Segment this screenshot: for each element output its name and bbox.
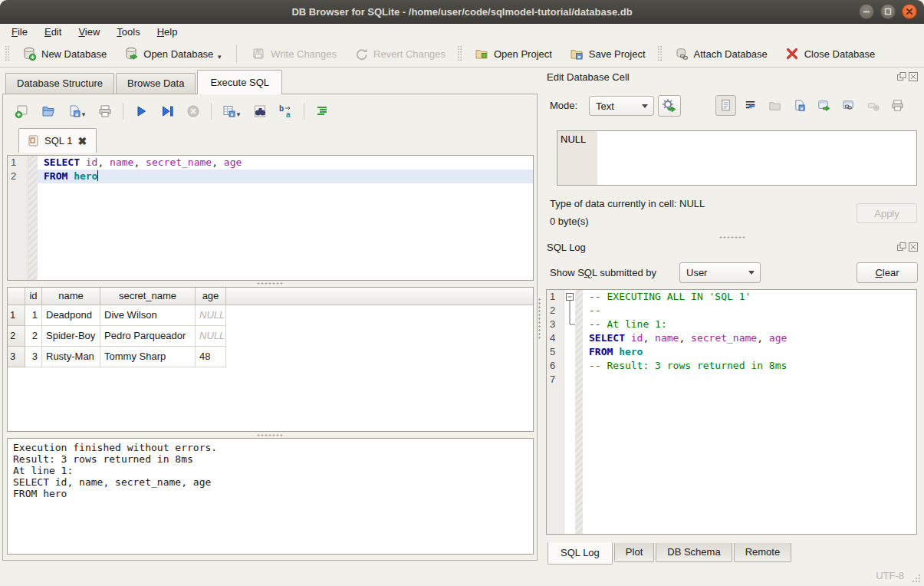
table-row[interactable]: 11DeadpondDive WilsonNULL <box>8 305 533 326</box>
bottom-tab-db-schema[interactable]: DB Schema <box>656 543 732 562</box>
menu-edit[interactable]: Edit <box>36 25 70 39</box>
revert-changes-icon <box>353 46 369 61</box>
log-line: -- Result: 3 rows returned in 8ms <box>583 359 916 373</box>
row-number[interactable]: 1 <box>8 305 25 326</box>
find-replace-button[interactable]: ba <box>273 101 299 121</box>
results-grid[interactable]: idnamesecret_nameage11DeadpondDive Wilso… <box>7 287 534 432</box>
cell-set-null-button[interactable] <box>863 95 883 116</box>
column-header-age[interactable]: age <box>196 288 226 305</box>
mode-select[interactable]: Text <box>589 96 654 116</box>
cell-editor-toolbar <box>715 95 908 116</box>
auto-mode-button[interactable] <box>658 95 681 117</box>
row-number[interactable]: 2 <box>8 326 25 347</box>
cell-import-button[interactable] <box>765 95 785 116</box>
toolbar-grip[interactable] <box>657 45 663 62</box>
cell-name[interactable]: Spider-Boy <box>42 326 100 347</box>
column-header-id[interactable]: id <box>25 288 42 305</box>
new-database-label: New Database <box>41 48 107 60</box>
cell-export-button[interactable] <box>789 95 810 116</box>
column-header-secret-name[interactable]: secret_name <box>100 288 196 305</box>
menu-tools[interactable]: Tools <box>108 25 148 39</box>
new-database-button[interactable]: New Database <box>13 43 115 64</box>
log-filter-value: User <box>686 267 707 278</box>
attach-database-button[interactable]: Attach Database <box>666 43 776 64</box>
tab-database-structure[interactable]: Database Structure <box>5 73 114 94</box>
menu-help[interactable]: Help <box>149 25 186 39</box>
float-panel-icon[interactable] <box>897 242 906 252</box>
row-number[interactable]: 3 <box>8 347 25 367</box>
save-project-button[interactable]: Save Project <box>561 43 654 64</box>
save-results-button[interactable]: ▼ <box>216 101 247 121</box>
print-sql-button[interactable] <box>92 101 118 121</box>
results-output-splitter[interactable] <box>257 433 283 437</box>
bottom-tab-plot[interactable]: Plot <box>614 543 654 562</box>
column-header-name[interactable]: name <box>42 288 100 305</box>
table-row[interactable]: 22Spider-BoyPedro ParqueadorNULL <box>8 326 533 347</box>
sql-tab-close-icon[interactable]: ✖ <box>77 135 87 147</box>
tab-execute-sql[interactable]: Execute SQL <box>197 70 282 94</box>
panel-splitter[interactable] <box>538 298 541 341</box>
format-sql-button[interactable] <box>309 101 335 121</box>
bottom-tab-remote[interactable]: Remote <box>734 543 792 562</box>
maximize-button[interactable] <box>880 4 896 19</box>
cell-link-button[interactable] <box>838 95 859 116</box>
apply-button[interactable]: Apply <box>857 203 917 223</box>
cell-name[interactable]: Rusty-Man <box>42 347 100 367</box>
open-database-button[interactable]: Open Database▼ <box>115 43 231 64</box>
cell-secret-name[interactable]: Pedro Parqueador <box>100 326 196 347</box>
editor-results-splitter[interactable] <box>257 281 283 285</box>
cell-secret-name[interactable]: Dive Wilson <box>100 305 196 326</box>
stop-execution-button[interactable] <box>180 101 206 121</box>
line-number: 1 <box>547 290 564 304</box>
cell-age[interactable]: NULL <box>196 326 226 347</box>
execute-current-line-button[interactable] <box>154 101 180 121</box>
execute-all-button[interactable] <box>128 101 154 121</box>
cell-id[interactable]: 1 <box>25 305 42 326</box>
cell-print-button[interactable] <box>887 95 908 116</box>
cell-log-splitter[interactable] <box>719 235 745 239</box>
open-project-button[interactable]: Open Project <box>465 43 561 64</box>
fold-collapse-icon[interactable] <box>564 290 575 304</box>
title-bar[interactable]: DB Browser for SQLite - /home/user/code/… <box>0 0 924 24</box>
menu-file[interactable]: File <box>3 25 36 39</box>
close-database-button[interactable]: Close Database <box>776 43 884 64</box>
bottom-tab-sql-log[interactable]: SQL Log <box>547 542 613 565</box>
cell-open-external-button[interactable] <box>814 95 834 116</box>
line-number: 2 <box>547 304 564 318</box>
revert-changes-button[interactable]: Revert Changes <box>345 43 454 64</box>
cell-id[interactable]: 3 <box>25 347 42 367</box>
float-panel-icon[interactable] <box>897 72 906 81</box>
resize-grip-icon[interactable] <box>911 573 921 583</box>
table-row[interactable]: 33Rusty-ManTommy Sharp48 <box>8 347 533 367</box>
cell-value-editor[interactable]: NULL <box>557 130 917 186</box>
toolbar-grip[interactable] <box>457 45 462 62</box>
cell-word-wrap-button[interactable] <box>740 95 761 116</box>
editor-gutter: 12 <box>8 156 28 280</box>
cell-text-mode-button[interactable] <box>715 95 736 116</box>
tab-browse-data[interactable]: Browse Data <box>116 73 196 94</box>
execution-output: Execution finished without errors.Result… <box>7 438 534 555</box>
close-panel-icon[interactable] <box>909 72 918 81</box>
cell-age[interactable]: 48 <box>196 347 226 367</box>
close-panel-icon[interactable] <box>909 242 918 252</box>
toolbar-grip[interactable] <box>5 45 10 62</box>
cell-age[interactable]: NULL <box>196 305 226 326</box>
fold-end-icon <box>564 318 575 331</box>
cell-name[interactable]: Deadpond <box>42 305 100 326</box>
output-line: Result: 3 rows returned in 8ms <box>13 453 528 465</box>
menu-view[interactable]: View <box>70 25 108 39</box>
log-filter-select[interactable]: User <box>679 262 761 283</box>
sql-editor[interactable]: 12SELECT id, name, secret_name, ageFROM … <box>7 155 534 281</box>
minimize-button[interactable] <box>859 4 874 19</box>
editor-text-area[interactable]: SELECT id, name, secret_name, ageFROM he… <box>38 156 533 280</box>
close-button[interactable] <box>902 4 917 19</box>
find-button[interactable] <box>247 101 273 121</box>
cell-id[interactable]: 2 <box>25 326 42 347</box>
clear-log-button[interactable]: Clear <box>857 262 918 283</box>
open-sql-file-button[interactable] <box>35 101 61 121</box>
new-sql-tab-button[interactable] <box>9 101 35 121</box>
cell-secret-name[interactable]: Tommy Sharp <box>100 347 196 367</box>
write-changes-button[interactable]: Write Changes <box>242 43 345 64</box>
sql-file-tab[interactable]: SQL 1 ✖ <box>18 128 97 153</box>
save-sql-file-button[interactable]: ▼ <box>61 101 92 121</box>
